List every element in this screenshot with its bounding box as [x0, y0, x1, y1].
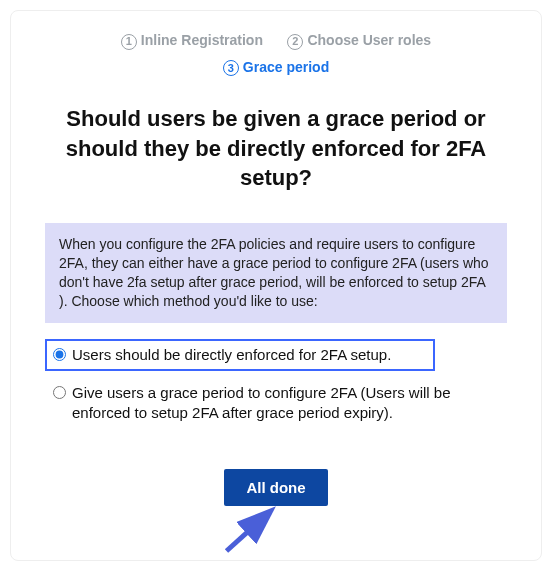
step-number-icon: 1: [121, 34, 137, 50]
button-container: All done: [41, 469, 511, 506]
step-inline-registration[interactable]: 1Inline Registration: [121, 32, 263, 50]
pointer-arrow-icon: [217, 503, 287, 558]
option-grace-period[interactable]: Give users a grace period to configure 2…: [45, 377, 507, 430]
step-number-icon: 3: [223, 60, 239, 76]
step-label: Inline Registration: [141, 32, 263, 48]
wizard-steps-row2: 3Grace period: [41, 58, 511, 77]
step-label: Choose User roles: [307, 32, 431, 48]
setup-wizard-card: 1Inline Registration 2Choose User roles …: [10, 10, 542, 561]
all-done-button[interactable]: All done: [224, 469, 327, 506]
step-grace-period[interactable]: 3Grace period: [223, 59, 329, 77]
step-choose-user-roles[interactable]: 2Choose User roles: [287, 32, 431, 50]
option-label: Users should be directly enforced for 2F…: [72, 345, 427, 365]
radio-direct-enforce[interactable]: [53, 348, 66, 361]
option-label: Give users a grace period to configure 2…: [72, 383, 499, 424]
radio-grace-period[interactable]: [53, 386, 66, 399]
info-description: When you configure the 2FA policies and …: [45, 223, 507, 323]
option-direct-enforce[interactable]: Users should be directly enforced for 2F…: [45, 339, 435, 371]
wizard-steps-row1: 1Inline Registration 2Choose User roles: [41, 31, 511, 50]
page-title: Should users be given a grace period or …: [51, 104, 501, 193]
svg-line-0: [227, 513, 269, 551]
step-number-icon: 2: [287, 34, 303, 50]
step-label: Grace period: [243, 59, 329, 75]
